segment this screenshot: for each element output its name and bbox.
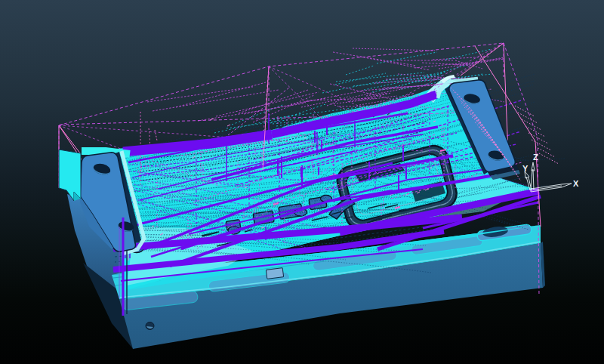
- svg-text:Y: Y: [522, 164, 528, 173]
- svg-text:X: X: [573, 179, 579, 188]
- svg-text:Z: Z: [533, 153, 538, 162]
